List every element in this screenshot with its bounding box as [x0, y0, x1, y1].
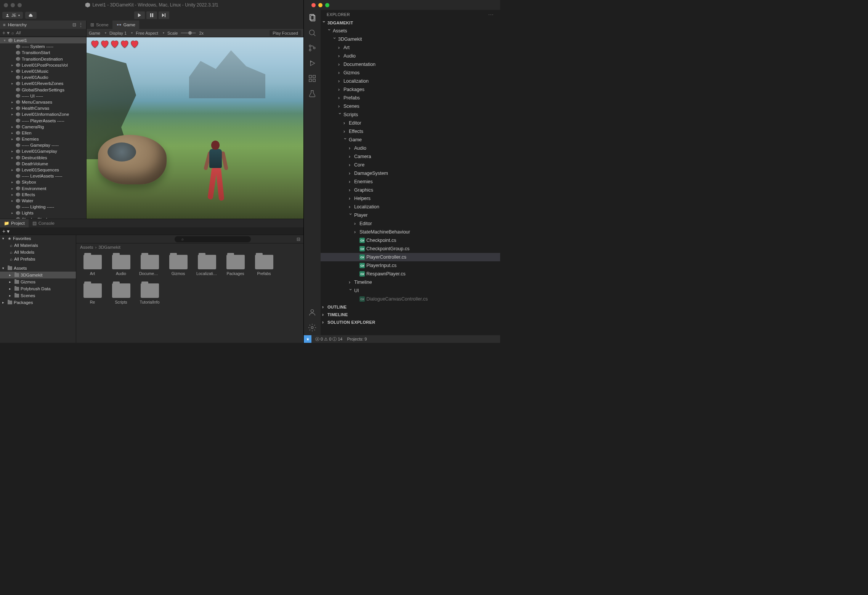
hierarchy-item[interactable]: ----- System -----: [0, 43, 86, 50]
breadcrumb-segment[interactable]: Assets: [80, 245, 93, 250]
picker-icon[interactable]: ⊟: [72, 22, 76, 27]
cloud-button[interactable]: [25, 12, 37, 19]
account-icon[interactable]: [308, 308, 317, 317]
folder-item[interactable]: DamageSystem: [321, 169, 500, 178]
folder-item[interactable]: Prefabs: [321, 94, 500, 102]
folder-item[interactable]: Assets: [321, 27, 500, 35]
folder-item[interactable]: Timeline: [321, 278, 500, 286]
test-icon[interactable]: [308, 89, 317, 98]
folder-item[interactable]: Packages: [321, 85, 500, 94]
folder-item[interactable]: Scripts: [321, 110, 500, 119]
explorer-icon[interactable]: [308, 13, 317, 22]
hierarchy-item[interactable]: CameraRig: [0, 124, 86, 130]
hierarchy-item[interactable]: Level01InformationZone: [0, 111, 86, 117]
game-dropdown[interactable]: Game: [89, 31, 106, 35]
hierarchy-item[interactable]: Effects: [0, 192, 86, 198]
minimize-button[interactable]: [318, 3, 322, 7]
hierarchy-item[interactable]: ----- UI -----: [0, 93, 86, 99]
folder-item[interactable]: Prefabs: [254, 255, 274, 276]
hierarchy-item[interactable]: TransitionDestination: [0, 56, 86, 62]
breadcrumb-segment[interactable]: 3DGamekit: [98, 245, 120, 250]
hierarchy-item[interactable]: Level01Gameplay: [0, 148, 86, 154]
folder-item[interactable]: Audio: [111, 255, 132, 276]
hierarchy-item[interactable]: Level1: [0, 37, 86, 43]
remote-indicator[interactable]: [304, 335, 311, 343]
project-search-input[interactable]: [175, 236, 251, 242]
folder-item[interactable]: Core: [321, 161, 500, 169]
timeline-section-header[interactable]: TIMELINE: [321, 311, 500, 318]
hierarchy-item[interactable]: Level01Sequences: [0, 167, 86, 173]
folder-item[interactable]: StateMachineBehaviour: [321, 228, 500, 236]
play-button[interactable]: [134, 11, 145, 19]
hierarchy-item[interactable]: Level01Music: [0, 68, 86, 74]
folder-item[interactable]: Art: [82, 255, 103, 276]
folder-item[interactable]: Audio: [321, 144, 500, 152]
file-item[interactable]: PlayerInput.cs: [321, 261, 500, 270]
search-icon[interactable]: [308, 28, 317, 37]
folder-item[interactable]: Scripts: [111, 283, 132, 304]
game-tab[interactable]: 👓Game: [112, 21, 139, 29]
problems-status[interactable]: ⓧ0 ⚠0 ⓘ14: [315, 336, 343, 342]
folder-item[interactable]: TutorialInfo: [139, 283, 160, 304]
folder-item[interactable]: Graphics: [321, 186, 500, 194]
folder-item[interactable]: Re: [82, 283, 103, 304]
scale-slider[interactable]: [181, 32, 196, 34]
file-item[interactable]: DialogueCanvasController.cs: [321, 295, 500, 303]
project-section-header[interactable]: 3DGAMEKIT: [321, 19, 500, 27]
folder-item[interactable]: Documentation: [321, 60, 500, 69]
folder-item[interactable]: Audio: [321, 52, 500, 60]
game-view[interactable]: [87, 37, 303, 219]
hierarchy-item[interactable]: Skybox: [0, 179, 86, 185]
scene-tab[interactable]: ⊞Scene: [87, 21, 112, 29]
create-dropdown[interactable]: + ▾: [2, 30, 10, 36]
search-icon[interactable]: ⌕: [11, 30, 14, 35]
folder-item[interactable]: Player: [321, 211, 500, 219]
breadcrumb[interactable]: Assets›3DGamekit: [76, 243, 303, 251]
aspect-dropdown[interactable]: Free Aspect: [136, 31, 164, 35]
file-item[interactable]: Checkpoint.cs: [321, 236, 500, 245]
hierarchy-item[interactable]: Level01Audio: [0, 74, 86, 80]
folder-item[interactable]: Art: [321, 43, 500, 52]
close-button[interactable]: [311, 3, 316, 7]
project-tree-item[interactable]: ⌕ All Prefabs: [0, 256, 76, 262]
vscode-titlebar[interactable]: [304, 0, 500, 10]
menu-icon[interactable]: ⋮: [79, 22, 83, 27]
project-tree-item[interactable]: ▸ Scenes: [0, 292, 76, 299]
solution-explorer-section-header[interactable]: SOLUTION EXPLORER: [321, 318, 500, 326]
file-item[interactable]: RespawnPlayer.cs: [321, 270, 500, 278]
hierarchy-item[interactable]: ----- Lighting -----: [0, 204, 86, 210]
hierarchy-item[interactable]: Enemies: [0, 136, 86, 142]
console-tab[interactable]: ▤Console: [29, 219, 58, 227]
folder-item[interactable]: 3DGamekit: [321, 35, 500, 43]
close-button[interactable]: [4, 3, 8, 7]
hierarchy-tab[interactable]: ≡ Hierarchy ⊟ ⋮: [0, 21, 86, 29]
hierarchy-item[interactable]: Lights: [0, 210, 86, 216]
extensions-icon[interactable]: [308, 74, 317, 83]
folder-item[interactable]: Editor: [321, 119, 500, 127]
search-input[interactable]: All: [16, 30, 84, 35]
project-tree-item[interactable]: ▸ 3DGamekit: [0, 272, 76, 278]
file-item[interactable]: PlayerController.cs: [321, 253, 500, 261]
hierarchy-item[interactable]: Water: [0, 198, 86, 204]
grid-size-slider-icon[interactable]: ⊟: [297, 237, 300, 242]
file-item[interactable]: CheckpointGroup.cs: [321, 245, 500, 253]
hierarchy-item[interactable]: Environment: [0, 186, 86, 192]
hierarchy-item[interactable]: ----- Gameplay -----: [0, 142, 86, 148]
hierarchy-item[interactable]: ----- PlayerAssets -----: [0, 117, 86, 123]
hierarchy-item[interactable]: DeathVolume: [0, 161, 86, 167]
folder-item[interactable]: Editor: [321, 219, 500, 228]
project-tree-item[interactable]: ▸ Polybrush Data: [0, 285, 76, 292]
outline-section-header[interactable]: OUTLINE: [321, 303, 500, 311]
project-tree-item[interactable]: ▸ Packages: [0, 299, 76, 306]
project-tree-item[interactable]: ⌕ All Materials: [0, 242, 76, 249]
hierarchy-item[interactable]: Level01ReverbZones: [0, 80, 86, 86]
pause-button[interactable]: [146, 11, 157, 19]
more-actions-icon[interactable]: ···: [488, 12, 494, 17]
hierarchy-item[interactable]: TransitionStart: [0, 50, 86, 56]
project-tree-item[interactable]: ⌕ All Models: [0, 249, 76, 256]
folder-item[interactable]: Localization: [321, 203, 500, 211]
debug-icon[interactable]: [308, 59, 317, 68]
source-control-icon[interactable]: [308, 43, 317, 53]
project-tree-item[interactable]: ▾★ Favorites: [0, 235, 76, 242]
play-focused-dropdown[interactable]: Play Focused: [270, 30, 301, 36]
